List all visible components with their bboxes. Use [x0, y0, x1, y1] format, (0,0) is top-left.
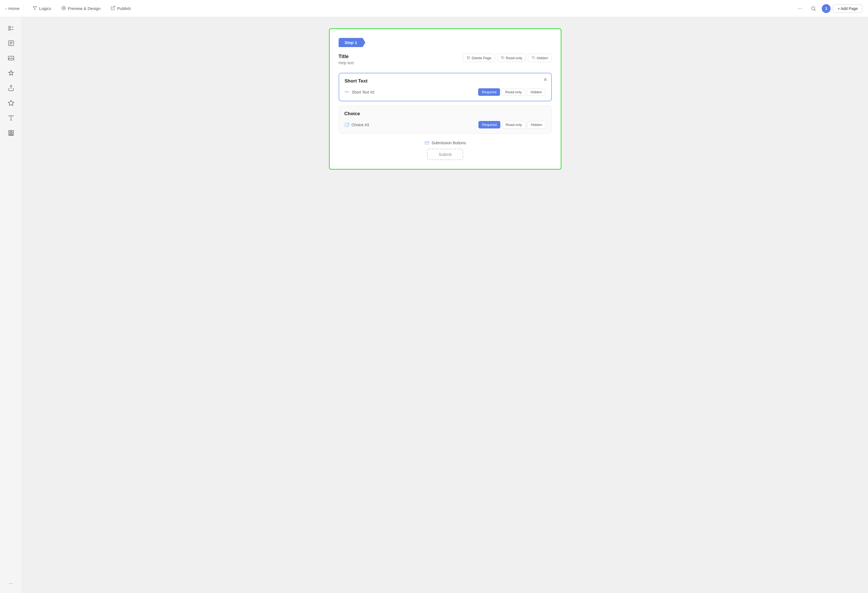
delete-page-button[interactable]: Delete Page: [463, 54, 495, 62]
step-badge: Step 1: [339, 38, 366, 47]
search-nav-item[interactable]: [807, 4, 819, 13]
more-label: ···: [798, 6, 802, 11]
main-layout: ··· Step 1 Title Help text: [0, 17, 868, 593]
preview-design-label: Preview & Design: [68, 6, 100, 11]
svg-rect-24: [11, 130, 13, 132]
sidebar-item-layout[interactable]: [4, 126, 18, 140]
svg-rect-33: [345, 123, 349, 127]
choice-required-button[interactable]: Required: [478, 121, 500, 128]
read-only-button[interactable]: Read-only: [497, 54, 526, 62]
hidden-icon: [531, 56, 535, 60]
star-icon: [8, 100, 15, 106]
search-icon: [811, 6, 816, 11]
read-only-icon: [501, 56, 505, 60]
svg-rect-30: [345, 91, 347, 93]
form-page: Step 1 Title Help text: [329, 28, 561, 170]
sidebar-item-media[interactable]: [4, 52, 18, 65]
hidden-button[interactable]: Hidden: [528, 54, 552, 62]
sidebar-item-text[interactable]: [4, 111, 18, 125]
svg-rect-25: [9, 133, 11, 134]
publish-icon: [111, 6, 115, 11]
svg-point-5: [63, 7, 65, 9]
svg-line-4: [34, 7, 35, 9]
svg-rect-34: [425, 142, 429, 145]
title-text: Title Help text: [339, 54, 354, 65]
svg-point-1: [36, 6, 37, 7]
text-icon: [8, 115, 15, 121]
choice-hidden-button[interactable]: Hidden: [527, 121, 546, 128]
svg-line-7: [113, 6, 115, 8]
chevron-left-icon: ‹: [6, 6, 7, 10]
sidebar-item-share[interactable]: [4, 81, 18, 95]
sidebar-item-responses[interactable]: [4, 37, 18, 50]
svg-marker-20: [8, 100, 14, 105]
svg-rect-18: [8, 56, 14, 60]
page-help-text: Help text: [339, 60, 354, 65]
left-sidebar: ···: [0, 17, 22, 593]
short-text-card: ✕ Short Text Short Text #2 Required: [339, 73, 552, 101]
sidebar-item-design[interactable]: [4, 66, 18, 80]
sidebar-item-form-builder[interactable]: [4, 22, 18, 35]
share-icon: [8, 85, 15, 91]
sidebar-more-button[interactable]: ···: [7, 578, 15, 589]
short-text-actions: Required Read-only Hidden: [478, 88, 545, 96]
responses-icon: [8, 40, 15, 47]
choice-card: Choice Choice #3 Required: [339, 106, 552, 134]
choice-actions: Required Read-only Hidden: [478, 121, 546, 128]
home-label: Home: [8, 6, 19, 11]
submit-button[interactable]: Submit: [427, 149, 463, 160]
choice-row: Choice #3 Required Read-only Hidden: [344, 121, 546, 128]
short-text-field-icon: [345, 90, 350, 95]
svg-rect-10: [9, 26, 10, 28]
page-title: Title: [339, 54, 354, 59]
svg-point-2: [35, 9, 35, 10]
title-actions: Delete Page Read-only: [463, 54, 552, 62]
choice-readonly-button[interactable]: Read-only: [502, 121, 526, 128]
svg-rect-11: [9, 29, 10, 30]
svg-rect-26: [11, 133, 13, 134]
submission-icon: [424, 140, 430, 145]
short-text-label: Short Text #2: [345, 90, 375, 95]
short-text-row: Short Text #2 Required Read-only Hidden: [345, 88, 546, 96]
publish-nav-item[interactable]: Publish: [106, 3, 134, 13]
sidebar-item-favorites[interactable]: [4, 96, 18, 110]
content-area: Step 1 Title Help text: [22, 17, 868, 593]
short-text-hidden-button[interactable]: Hidden: [527, 88, 545, 96]
logics-nav-item[interactable]: Logics: [28, 3, 55, 13]
logics-label: Logics: [39, 6, 51, 11]
svg-line-9: [815, 9, 816, 10]
layout-icon: [8, 130, 15, 136]
short-text-title: Short Text: [345, 78, 546, 84]
media-icon: [8, 55, 15, 62]
design-icon: [8, 70, 15, 77]
choice-label: Choice #3: [344, 122, 369, 127]
form-builder-icon: [8, 25, 15, 32]
title-section: Title Help text Delete Page: [339, 54, 552, 65]
more-nav-item[interactable]: ···: [794, 3, 805, 13]
choice-field-icon: [344, 122, 350, 127]
add-page-button[interactable]: + Add Page: [833, 4, 862, 13]
svg-rect-23: [9, 130, 11, 132]
choice-title: Choice: [344, 111, 546, 117]
submission-label: Submission Buttons: [424, 140, 466, 145]
short-text-required-button[interactable]: Required: [478, 88, 500, 96]
top-nav: ‹ Home Logics Preview & Design Publish: [0, 0, 868, 17]
svg-point-6: [62, 6, 66, 10]
page-badge[interactable]: 1: [822, 4, 831, 13]
svg-point-0: [33, 6, 34, 7]
close-short-text-button[interactable]: ✕: [543, 77, 548, 83]
preview-icon: [61, 6, 66, 11]
publish-label: Publish: [117, 6, 131, 11]
home-nav-item[interactable]: ‹ Home: [6, 6, 24, 11]
svg-point-8: [812, 7, 815, 10]
short-text-readonly-button[interactable]: Read-only: [502, 88, 525, 96]
svg-rect-27: [9, 135, 13, 136]
trash-icon: [466, 56, 470, 60]
submission-section: Submission Buttons Submit: [339, 140, 552, 160]
logics-icon: [32, 6, 37, 11]
preview-design-nav-item[interactable]: Preview & Design: [57, 3, 104, 13]
